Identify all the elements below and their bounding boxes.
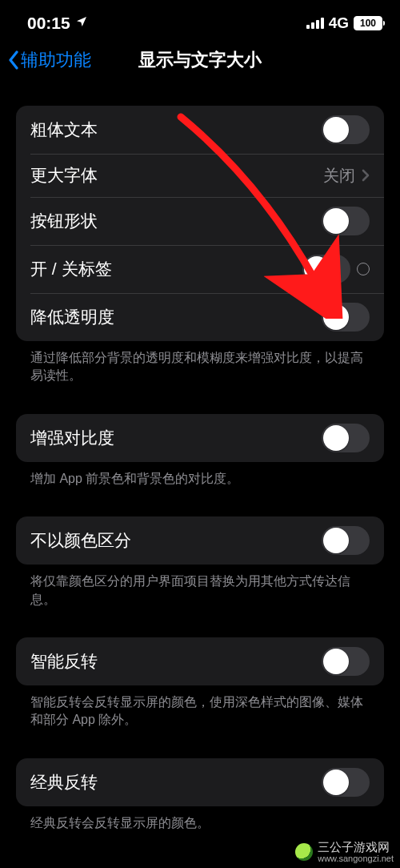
row-differentiate-without-color[interactable]: 不以颜色区分 bbox=[16, 516, 384, 565]
on-off-indicator-icon bbox=[357, 263, 370, 275]
chevron-left-icon bbox=[8, 50, 19, 70]
row-label: 不以颜色区分 bbox=[30, 529, 131, 552]
battery-icon: 100 bbox=[354, 16, 382, 30]
nav-header: 辅助功能 显示与文字大小 bbox=[0, 40, 400, 86]
chevron-right-icon bbox=[362, 169, 370, 182]
row-increase-contrast[interactable]: 增强对比度 bbox=[16, 414, 384, 462]
row-bold-text[interactable]: 粗体文本 bbox=[16, 106, 384, 154]
row-value: 关闭 bbox=[323, 165, 355, 187]
row-larger-text[interactable]: 更大字体 关闭 bbox=[16, 154, 384, 197]
status-bar: 00:15 4G 100 bbox=[0, 0, 400, 40]
watermark: 三公子游戏网 www.sangongzi.net bbox=[295, 840, 394, 863]
settings-group-text: 粗体文本 更大字体 关闭 按钮形状 开 / 关标签 降低透明度 bbox=[16, 106, 384, 341]
settings-group-classic-invert: 经典反转 bbox=[16, 758, 384, 806]
settings-group-contrast: 增强对比度 bbox=[16, 414, 384, 462]
back-button[interactable]: 辅助功能 bbox=[8, 48, 91, 72]
group-footer: 经典反转会反转显示屏的颜色。 bbox=[16, 806, 384, 832]
group-footer: 智能反转会反转显示屏的颜色，使用深色样式的图像、媒体和部分 App 除外。 bbox=[16, 685, 384, 729]
toggle-smart-invert[interactable] bbox=[322, 647, 370, 676]
settings-group-color-diff: 不以颜色区分 bbox=[16, 516, 384, 565]
row-reduce-transparency[interactable]: 降低透明度 bbox=[16, 293, 384, 341]
group-footer: 增加 App 前景色和背景色的对比度。 bbox=[16, 462, 384, 488]
cellular-signal-icon bbox=[306, 18, 324, 29]
settings-scroll[interactable]: 粗体文本 更大字体 关闭 按钮形状 开 / 关标签 降低透明度 通过降低部分背景… bbox=[0, 86, 400, 842]
status-time: 00:15 bbox=[27, 14, 70, 33]
location-icon bbox=[75, 15, 88, 32]
row-label: 更大字体 bbox=[30, 164, 98, 187]
network-type: 4G bbox=[329, 14, 349, 32]
row-label: 智能反转 bbox=[30, 650, 98, 673]
battery-percent: 100 bbox=[360, 18, 376, 29]
row-label: 按钮形状 bbox=[30, 210, 98, 232]
row-label: 经典反转 bbox=[30, 771, 98, 794]
watermark-url: www.sangongzi.net bbox=[318, 854, 394, 863]
watermark-name: 三公子游戏网 bbox=[318, 840, 390, 854]
toggle-bold-text[interactable] bbox=[322, 115, 370, 144]
group-footer: 将仅靠颜色区分的用户界面项目替换为用其他方式传达信息。 bbox=[16, 565, 384, 609]
toggle-on-off-labels[interactable] bbox=[302, 255, 350, 283]
group-footer: 通过降低部分背景的透明度和模糊度来增强对比度，以提高易读性。 bbox=[16, 341, 384, 385]
toggle-button-shapes[interactable] bbox=[322, 207, 370, 235]
row-on-off-labels[interactable]: 开 / 关标签 bbox=[16, 245, 384, 293]
row-label: 开 / 关标签 bbox=[30, 258, 112, 280]
row-label: 降低透明度 bbox=[30, 306, 114, 328]
row-button-shapes[interactable]: 按钮形状 bbox=[16, 197, 384, 245]
toggle-classic-invert[interactable] bbox=[322, 768, 370, 797]
toggle-differentiate-without-color[interactable] bbox=[322, 526, 370, 555]
row-label: 增强对比度 bbox=[30, 427, 114, 449]
row-classic-invert[interactable]: 经典反转 bbox=[16, 758, 384, 806]
settings-group-smart-invert: 智能反转 bbox=[16, 637, 384, 685]
status-right: 4G 100 bbox=[306, 14, 382, 32]
row-smart-invert[interactable]: 智能反转 bbox=[16, 637, 384, 685]
row-label: 粗体文本 bbox=[30, 119, 98, 141]
toggle-increase-contrast[interactable] bbox=[322, 424, 370, 452]
status-left: 00:15 bbox=[27, 14, 88, 33]
watermark-logo-icon bbox=[295, 843, 313, 861]
toggle-reduce-transparency[interactable] bbox=[322, 303, 370, 332]
back-label: 辅助功能 bbox=[21, 48, 91, 72]
